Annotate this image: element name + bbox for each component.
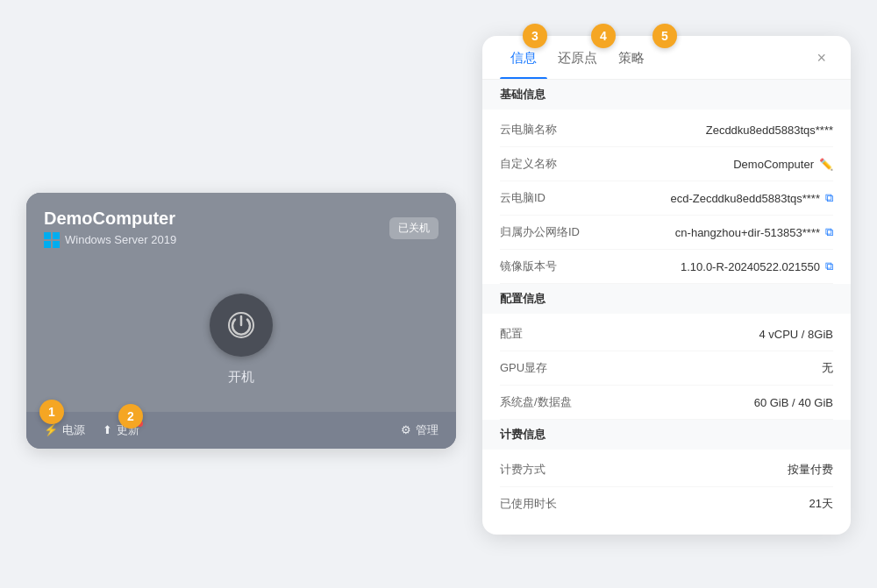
tab-policy[interactable]: 策略: [608, 36, 655, 79]
vm-card: DemoComputer Windows Server 2019 已关机: [26, 193, 456, 449]
info-row-custom-name: 自定义名称 DemoComputer ✏️: [500, 147, 833, 181]
update-icon: ⬆: [103, 423, 112, 436]
status-badge: 已关机: [389, 217, 438, 239]
value-custom-name: DemoComputer ✏️: [733, 158, 833, 171]
manage-icon: ⚙: [401, 423, 411, 436]
value-image-version: 1.10.0-R-20240522.021550 ⧉: [681, 259, 833, 273]
value-cloud-name: Zecddku8edd5883tqs****: [706, 124, 833, 137]
cloud-id-text: ecd-Zecddku8edd5883tqs****: [670, 192, 820, 205]
tab-restore-label: 还原点: [558, 50, 597, 65]
vm-body: 开机: [26, 259, 456, 412]
info-row-config: 配置 4 vCPU / 8GiB: [500, 317, 833, 351]
copy-network-id-icon[interactable]: ⧉: [825, 225, 833, 239]
info-row-usage-time: 已使用时长 21天: [500, 487, 833, 521]
label-custom-name: 自定义名称: [500, 156, 557, 172]
info-row-disk: 系统盘/数据盘 60 GiB / 40 GiB: [500, 386, 833, 420]
vm-os: Windows Server 2019: [44, 232, 176, 248]
label-gpu: GPU显存: [500, 360, 547, 376]
power-icon: ⚡: [44, 423, 58, 436]
label-image-version: 镜像版本号: [500, 259, 557, 274]
callout-badge-1: 1: [39, 400, 64, 424]
manage-action[interactable]: ⚙ 管理: [401, 422, 438, 438]
vm-title: DemoComputer: [44, 209, 176, 229]
info-row-image-version: 镜像版本号 1.10.0-R-20240522.021550 ⧉: [500, 250, 833, 284]
label-cloud-name: 云电脑名称: [500, 122, 557, 138]
custom-name-text: DemoComputer: [733, 158, 814, 171]
label-config: 配置: [500, 326, 523, 342]
power-label: 开机: [228, 369, 254, 386]
info-row-network-id: 归属办公网络ID cn-hangzhou+dir-513853**** ⧉: [500, 216, 833, 250]
info-row-billing-type: 计费方式 按量付费: [500, 453, 833, 487]
panel-content: 基础信息 云电脑名称 Zecddku8edd5883tqs**** 自定义名称 …: [482, 80, 851, 535]
edit-icon[interactable]: ✏️: [819, 158, 833, 171]
vm-card-header: DemoComputer Windows Server 2019 已关机: [26, 193, 456, 259]
svg-rect-2: [44, 241, 51, 248]
info-row-cloud-name: 云电脑名称 Zecddku8edd5883tqs****: [500, 113, 833, 147]
vm-footer: ⚡ 电源 ⬆ 更新 ⚙ 管理: [26, 412, 456, 449]
power-on-button[interactable]: [210, 294, 273, 357]
callout-badge-4: 4: [591, 24, 616, 48]
section-header-billing: 计费信息: [482, 420, 851, 450]
vm-title-group: DemoComputer Windows Server 2019: [44, 209, 176, 248]
svg-rect-3: [53, 241, 60, 248]
label-disk: 系统盘/数据盘: [500, 394, 572, 410]
close-button[interactable]: ×: [809, 43, 833, 73]
value-gpu: 无: [822, 360, 833, 376]
copy-cloud-id-icon[interactable]: ⧉: [825, 191, 833, 205]
cloud-name-text: Zecddku8edd5883tqs****: [706, 124, 833, 137]
label-cloud-id: 云电脑ID: [500, 190, 545, 206]
label-usage-time: 已使用时长: [500, 496, 557, 512]
image-version-text: 1.10.0-R-20240522.021550: [681, 260, 820, 273]
label-network-id: 归属办公网络ID: [500, 224, 580, 240]
value-config: 4 vCPU / 8GiB: [759, 328, 833, 341]
network-id-text: cn-hangzhou+dir-513853****: [675, 226, 820, 239]
info-row-cloud-id: 云电脑ID ecd-Zecddku8edd5883tqs**** ⧉: [500, 181, 833, 216]
manage-action-label: 管理: [416, 422, 438, 438]
tab-info-label: 信息: [510, 50, 537, 65]
section-header-config: 配置信息: [482, 284, 851, 314]
callout-badge-5: 5: [652, 24, 677, 48]
power-action[interactable]: ⚡ 电源: [44, 422, 85, 438]
callout-badge-3: 3: [523, 24, 547, 48]
callout-badge-2: 2: [118, 404, 143, 429]
svg-rect-1: [53, 232, 60, 239]
info-panel: 信息 还原点 策略 × 基础信息 云电脑名称 Zecddku8edd5883tq…: [482, 36, 851, 535]
value-usage-time: 21天: [809, 496, 833, 512]
copy-image-version-icon[interactable]: ⧉: [825, 259, 833, 273]
value-disk: 60 GiB / 40 GiB: [754, 396, 833, 409]
windows-icon: [44, 232, 60, 248]
svg-rect-0: [44, 232, 51, 239]
info-row-gpu: GPU显存 无: [500, 351, 833, 386]
value-billing-type: 按量付费: [788, 462, 833, 478]
label-billing-type: 计费方式: [500, 462, 545, 478]
power-action-label: 电源: [62, 422, 85, 438]
section-header-basic: 基础信息: [482, 80, 851, 110]
vm-os-label: Windows Server 2019: [65, 233, 176, 246]
value-network-id: cn-hangzhou+dir-513853**** ⧉: [675, 225, 833, 239]
value-cloud-id: ecd-Zecddku8edd5883tqs**** ⧉: [670, 191, 833, 205]
tab-policy-label: 策略: [618, 50, 645, 65]
